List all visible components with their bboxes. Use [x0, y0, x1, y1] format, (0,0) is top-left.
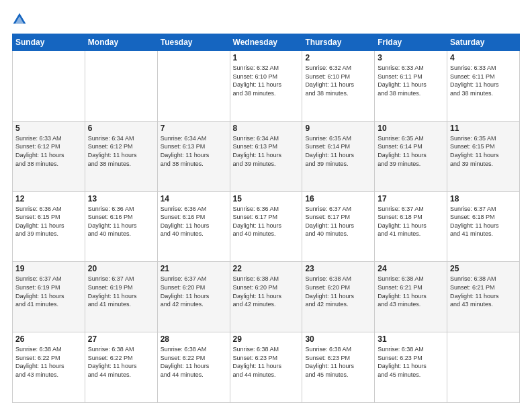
day-number: 20 — [88, 264, 154, 273]
calendar-cell: 8Sunrise: 6:34 AM Sunset: 6:13 PM Daylig… — [230, 121, 302, 191]
calendar-cell: 9Sunrise: 6:35 AM Sunset: 6:14 PM Daylig… — [302, 121, 375, 191]
col-header-thursday: Thursday — [302, 34, 375, 51]
day-info: Sunrise: 6:34 AM Sunset: 6:13 PM Dayligh… — [233, 134, 300, 168]
day-info: Sunrise: 6:34 AM Sunset: 6:13 PM Dayligh… — [161, 134, 227, 168]
calendar-table: SundayMondayTuesdayWednesdayThursdayFrid… — [12, 34, 520, 403]
calendar-cell — [447, 332, 520, 403]
page: SundayMondayTuesdayWednesdayThursdayFrid… — [0, 0, 532, 411]
day-info: Sunrise: 6:37 AM Sunset: 6:17 PM Dayligh… — [305, 205, 371, 238]
logo-icon — [12, 12, 27, 27]
day-info: Sunrise: 6:38 AM Sunset: 6:20 PM Dayligh… — [233, 275, 300, 308]
day-info: Sunrise: 6:33 AM Sunset: 6:11 PM Dayligh… — [450, 64, 517, 97]
calendar-cell: 11Sunrise: 6:35 AM Sunset: 6:15 PM Dayli… — [447, 121, 520, 191]
day-info: Sunrise: 6:33 AM Sunset: 6:11 PM Dayligh… — [378, 64, 444, 97]
col-header-friday: Friday — [375, 34, 447, 51]
col-header-tuesday: Tuesday — [157, 34, 230, 51]
day-number: 13 — [88, 194, 154, 203]
calendar-cell: 7Sunrise: 6:34 AM Sunset: 6:13 PM Daylig… — [157, 121, 230, 191]
calendar-cell: 2Sunrise: 6:32 AM Sunset: 6:10 PM Daylig… — [302, 51, 375, 122]
day-number: 30 — [305, 334, 371, 344]
col-header-sunday: Sunday — [13, 34, 85, 51]
calendar-week-3: 12Sunrise: 6:36 AM Sunset: 6:15 PM Dayli… — [13, 191, 520, 262]
calendar-cell: 22Sunrise: 6:38 AM Sunset: 6:20 PM Dayli… — [230, 262, 302, 332]
calendar-cell: 15Sunrise: 6:36 AM Sunset: 6:17 PM Dayli… — [230, 191, 302, 262]
day-number: 10 — [378, 124, 444, 133]
day-info: Sunrise: 6:38 AM Sunset: 6:23 PM Dayligh… — [378, 345, 444, 379]
day-number: 31 — [378, 334, 444, 344]
day-info: Sunrise: 6:36 AM Sunset: 6:16 PM Dayligh… — [88, 205, 154, 238]
day-number: 5 — [15, 124, 82, 133]
col-header-monday: Monday — [85, 34, 157, 51]
calendar-cell: 1Sunrise: 6:32 AM Sunset: 6:10 PM Daylig… — [230, 51, 302, 122]
day-number: 4 — [450, 53, 517, 62]
day-number: 11 — [450, 124, 517, 133]
day-info: Sunrise: 6:35 AM Sunset: 6:15 PM Dayligh… — [450, 134, 517, 168]
calendar-week-4: 19Sunrise: 6:37 AM Sunset: 6:19 PM Dayli… — [13, 262, 520, 332]
day-info: Sunrise: 6:32 AM Sunset: 6:10 PM Dayligh… — [305, 64, 371, 97]
day-number: 14 — [161, 194, 227, 203]
calendar-cell: 29Sunrise: 6:38 AM Sunset: 6:23 PM Dayli… — [230, 332, 302, 403]
calendar-cell: 19Sunrise: 6:37 AM Sunset: 6:19 PM Dayli… — [13, 262, 85, 332]
day-number: 2 — [305, 53, 371, 62]
day-info: Sunrise: 6:38 AM Sunset: 6:22 PM Dayligh… — [88, 345, 154, 379]
day-info: Sunrise: 6:38 AM Sunset: 6:23 PM Dayligh… — [233, 345, 300, 379]
day-number: 18 — [450, 194, 517, 203]
calendar-cell: 21Sunrise: 6:37 AM Sunset: 6:20 PM Dayli… — [157, 262, 230, 332]
day-number: 29 — [233, 334, 300, 344]
day-number: 7 — [161, 124, 227, 133]
calendar-cell: 6Sunrise: 6:34 AM Sunset: 6:12 PM Daylig… — [85, 121, 157, 191]
calendar-cell: 20Sunrise: 6:37 AM Sunset: 6:19 PM Dayli… — [85, 262, 157, 332]
day-info: Sunrise: 6:36 AM Sunset: 6:17 PM Dayligh… — [233, 205, 300, 238]
calendar-cell: 30Sunrise: 6:38 AM Sunset: 6:23 PM Dayli… — [302, 332, 375, 403]
day-info: Sunrise: 6:37 AM Sunset: 6:19 PM Dayligh… — [88, 275, 154, 308]
day-number: 24 — [378, 264, 444, 273]
calendar-cell: 26Sunrise: 6:38 AM Sunset: 6:22 PM Dayli… — [13, 332, 85, 403]
day-number: 9 — [305, 124, 371, 133]
day-number: 23 — [305, 264, 371, 273]
day-number: 21 — [161, 264, 227, 273]
day-number: 8 — [233, 124, 300, 133]
logo — [12, 12, 28, 27]
day-number: 3 — [378, 53, 444, 62]
day-info: Sunrise: 6:37 AM Sunset: 6:20 PM Dayligh… — [161, 275, 227, 308]
day-info: Sunrise: 6:37 AM Sunset: 6:18 PM Dayligh… — [378, 205, 444, 238]
day-info: Sunrise: 6:35 AM Sunset: 6:14 PM Dayligh… — [305, 134, 371, 168]
day-number: 17 — [378, 194, 444, 203]
calendar-cell: 13Sunrise: 6:36 AM Sunset: 6:16 PM Dayli… — [85, 191, 157, 262]
day-number: 6 — [88, 124, 154, 133]
day-info: Sunrise: 6:38 AM Sunset: 6:21 PM Dayligh… — [450, 275, 517, 308]
day-info: Sunrise: 6:35 AM Sunset: 6:14 PM Dayligh… — [378, 134, 444, 168]
calendar-cell — [13, 51, 85, 122]
calendar-cell: 14Sunrise: 6:36 AM Sunset: 6:16 PM Dayli… — [157, 191, 230, 262]
calendar-cell: 16Sunrise: 6:37 AM Sunset: 6:17 PM Dayli… — [302, 191, 375, 262]
day-info: Sunrise: 6:38 AM Sunset: 6:22 PM Dayligh… — [15, 345, 82, 379]
calendar-week-1: 1Sunrise: 6:32 AM Sunset: 6:10 PM Daylig… — [13, 51, 520, 122]
calendar-week-5: 26Sunrise: 6:38 AM Sunset: 6:22 PM Dayli… — [13, 332, 520, 403]
day-info: Sunrise: 6:37 AM Sunset: 6:19 PM Dayligh… — [15, 275, 82, 308]
calendar-header-row: SundayMondayTuesdayWednesdayThursdayFrid… — [13, 34, 520, 51]
calendar-cell: 24Sunrise: 6:38 AM Sunset: 6:21 PM Dayli… — [375, 262, 447, 332]
calendar-cell: 23Sunrise: 6:38 AM Sunset: 6:20 PM Dayli… — [302, 262, 375, 332]
day-number: 26 — [15, 334, 82, 344]
calendar-cell: 4Sunrise: 6:33 AM Sunset: 6:11 PM Daylig… — [447, 51, 520, 122]
day-info: Sunrise: 6:38 AM Sunset: 6:23 PM Dayligh… — [305, 345, 371, 379]
calendar-cell: 18Sunrise: 6:37 AM Sunset: 6:18 PM Dayli… — [447, 191, 520, 262]
day-info: Sunrise: 6:34 AM Sunset: 6:12 PM Dayligh… — [88, 134, 154, 168]
day-info: Sunrise: 6:37 AM Sunset: 6:18 PM Dayligh… — [450, 205, 517, 238]
day-info: Sunrise: 6:36 AM Sunset: 6:15 PM Dayligh… — [15, 205, 82, 238]
calendar-cell: 3Sunrise: 6:33 AM Sunset: 6:11 PM Daylig… — [375, 51, 447, 122]
header — [12, 12, 520, 27]
col-header-saturday: Saturday — [447, 34, 520, 51]
calendar-cell: 17Sunrise: 6:37 AM Sunset: 6:18 PM Dayli… — [375, 191, 447, 262]
day-number: 25 — [450, 264, 517, 273]
day-number: 22 — [233, 264, 300, 273]
calendar-cell: 28Sunrise: 6:38 AM Sunset: 6:22 PM Dayli… — [157, 332, 230, 403]
day-number: 19 — [15, 264, 82, 273]
day-info: Sunrise: 6:38 AM Sunset: 6:22 PM Dayligh… — [161, 345, 227, 379]
day-number: 27 — [88, 334, 154, 344]
calendar-week-2: 5Sunrise: 6:33 AM Sunset: 6:12 PM Daylig… — [13, 121, 520, 191]
day-number: 12 — [15, 194, 82, 203]
col-header-wednesday: Wednesday — [230, 34, 302, 51]
calendar-cell: 12Sunrise: 6:36 AM Sunset: 6:15 PM Dayli… — [13, 191, 85, 262]
day-info: Sunrise: 6:33 AM Sunset: 6:12 PM Dayligh… — [15, 134, 82, 168]
